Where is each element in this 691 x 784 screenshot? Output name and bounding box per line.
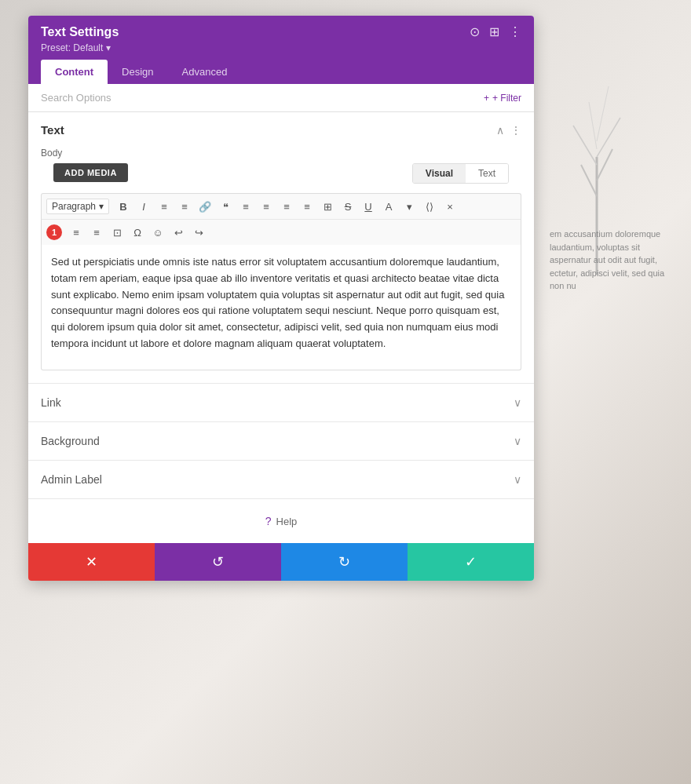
paragraph-label: Paragraph bbox=[52, 201, 96, 212]
underline-button[interactable]: U bbox=[359, 197, 378, 216]
link-section-title: Link bbox=[41, 396, 61, 409]
background-section-title: Background bbox=[41, 435, 100, 447]
search-input[interactable] bbox=[41, 92, 484, 104]
panel-title: Text Settings bbox=[41, 25, 119, 39]
align-right-button[interactable]: ≡ bbox=[277, 197, 296, 216]
panel-tabs: Content Design Advanced bbox=[41, 60, 521, 84]
toolbar-row-1: Paragraph ▾ B I ≡ ≡ 🔗 ❝ ≡ ≡ ≡ ≡ ⊞ S U bbox=[42, 194, 521, 220]
link-button[interactable]: 🔗 bbox=[196, 197, 214, 216]
admin-label-section: Admin Label ∨ bbox=[28, 461, 534, 499]
more-options-icon[interactable]: ⋮ bbox=[509, 26, 521, 38]
paste-text-button[interactable]: ⟨⟩ bbox=[420, 197, 439, 216]
tab-advanced[interactable]: Advanced bbox=[168, 60, 242, 84]
text-section: Text ∧ ⋮ Body ADD MEDIA Visual Text bbox=[28, 112, 534, 384]
align-left-button[interactable]: ≡ bbox=[236, 197, 255, 216]
collapse-icon[interactable]: ∧ bbox=[496, 124, 504, 137]
unordered-list-button[interactable]: ≡ bbox=[155, 197, 174, 216]
help-icon: ? bbox=[265, 515, 272, 527]
bold-button[interactable]: B bbox=[114, 197, 133, 216]
blockquote-button[interactable]: ❝ bbox=[216, 197, 235, 216]
panel-header-icons: ⊙ ⊞ ⋮ bbox=[470, 26, 521, 38]
italic-button[interactable]: I bbox=[134, 197, 153, 216]
body-text: Sed ut perspiciatis unde omnis iste natu… bbox=[51, 254, 511, 352]
emoji-button[interactable]: ☺ bbox=[148, 223, 167, 242]
text-section-header[interactable]: Text ∧ ⋮ bbox=[28, 112, 534, 148]
clear-format-button[interactable]: × bbox=[441, 197, 459, 216]
filter-button[interactable]: + + Filter bbox=[484, 93, 521, 104]
align-justify-button[interactable]: ≡ bbox=[298, 197, 316, 216]
text-color-button[interactable]: A bbox=[379, 197, 398, 216]
search-bar: + + Filter bbox=[28, 84, 534, 112]
view-toggle: Visual Text bbox=[412, 163, 509, 184]
outdent-button[interactable]: ≡ bbox=[87, 223, 106, 242]
help-label[interactable]: Help bbox=[276, 516, 298, 527]
tab-content[interactable]: Content bbox=[41, 60, 108, 84]
indent-button[interactable]: ≡ bbox=[67, 223, 86, 242]
preset-label[interactable]: Preset: Default ▾ bbox=[41, 42, 521, 53]
link-chevron-icon: ∨ bbox=[514, 396, 521, 409]
save-button[interactable]: ✓ bbox=[408, 543, 534, 581]
table-button[interactable]: ⊞ bbox=[318, 197, 337, 216]
admin-label-section-header[interactable]: Admin Label ∨ bbox=[28, 461, 534, 498]
focus-icon[interactable]: ⊙ bbox=[470, 26, 480, 38]
svg-line-5 bbox=[589, 102, 597, 149]
admin-label-chevron-icon: ∨ bbox=[514, 473, 521, 486]
align-center-button[interactable]: ≡ bbox=[257, 197, 276, 216]
toolbar-row-2: 1 ≡ ≡ ⊡ Ω ☺ ↩ ↪ bbox=[42, 220, 521, 245]
svg-line-1 bbox=[581, 165, 597, 196]
redo-editor-button[interactable]: ↪ bbox=[189, 223, 208, 242]
special-char-button[interactable]: Ω bbox=[128, 223, 147, 242]
body-label: Body bbox=[28, 148, 534, 163]
help-row: ? Help bbox=[28, 499, 534, 543]
badge-1: 1 bbox=[46, 224, 62, 240]
paragraph-select[interactable]: Paragraph ▾ bbox=[46, 199, 109, 214]
panel-footer: ✕ ↺ ↻ ✓ bbox=[28, 543, 534, 581]
fullscreen-button[interactable]: ⊡ bbox=[108, 223, 126, 242]
media-toggle-row: ADD MEDIA Visual Text bbox=[28, 163, 534, 193]
panel-header-top: Text Settings ⊙ ⊞ ⋮ bbox=[41, 25, 521, 39]
side-background-text: em accusantium doloremque laudantium, vo… bbox=[550, 228, 675, 293]
tab-design[interactable]: Design bbox=[108, 60, 167, 84]
filter-plus-icon: + bbox=[484, 93, 489, 104]
settings-panel: Text Settings ⊙ ⊞ ⋮ Preset: Default ▾ Co… bbox=[28, 16, 534, 581]
link-section: Link ∨ bbox=[28, 384, 534, 422]
panel-header: Text Settings ⊙ ⊞ ⋮ Preset: Default ▾ Co… bbox=[28, 16, 534, 84]
background-section-header[interactable]: Background ∨ bbox=[28, 422, 534, 460]
text-section-title: Text bbox=[41, 123, 64, 137]
panel-content: + + Filter Text ∧ ⋮ Body ADD MEDIA Visua… bbox=[28, 84, 534, 543]
visual-tab[interactable]: Visual bbox=[413, 164, 466, 183]
text-color-dropdown[interactable]: ▾ bbox=[400, 197, 419, 216]
section-more-icon[interactable]: ⋮ bbox=[510, 124, 521, 137]
link-section-header[interactable]: Link ∨ bbox=[28, 384, 534, 421]
strikethrough-button[interactable]: S bbox=[338, 197, 357, 216]
ordered-list-button[interactable]: ≡ bbox=[175, 197, 194, 216]
text-tab[interactable]: Text bbox=[466, 164, 508, 183]
svg-line-6 bbox=[597, 86, 609, 141]
svg-line-3 bbox=[573, 126, 597, 165]
editor-toolbar: Paragraph ▾ B I ≡ ≡ 🔗 ❝ ≡ ≡ ≡ ≡ ⊞ S U bbox=[41, 193, 521, 245]
add-media-button[interactable]: ADD MEDIA bbox=[53, 163, 128, 182]
editor-content[interactable]: Sed ut perspiciatis unde omnis iste natu… bbox=[41, 245, 521, 370]
section-controls: ∧ ⋮ bbox=[496, 124, 521, 137]
cancel-button[interactable]: ✕ bbox=[28, 543, 155, 581]
undo-editor-button[interactable]: ↩ bbox=[169, 223, 188, 242]
layout-icon[interactable]: ⊞ bbox=[489, 26, 499, 38]
para-dropdown-icon: ▾ bbox=[99, 201, 104, 212]
admin-label-section-title: Admin Label bbox=[41, 473, 102, 486]
background-section: Background ∨ bbox=[28, 422, 534, 461]
background-chevron-icon: ∨ bbox=[514, 435, 521, 447]
redo-button[interactable]: ↻ bbox=[281, 543, 408, 581]
undo-button[interactable]: ↺ bbox=[155, 543, 281, 581]
